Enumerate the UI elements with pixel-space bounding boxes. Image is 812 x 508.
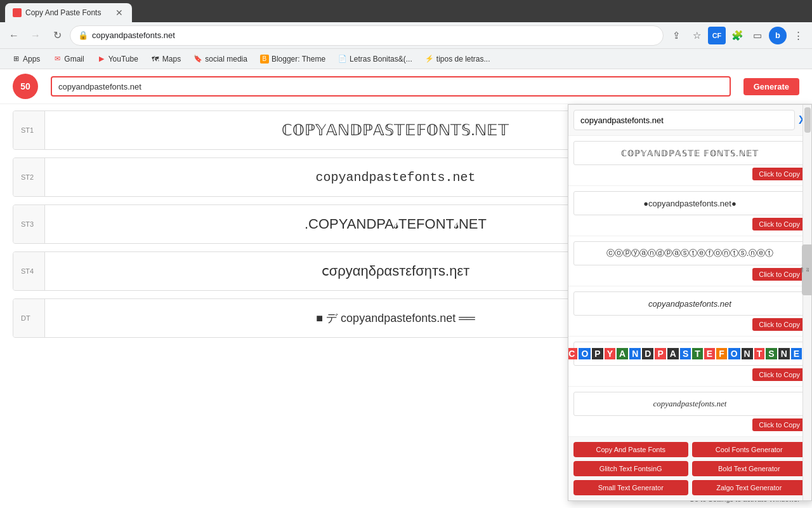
font-option-copy-row-4: Click to Copy <box>573 318 806 331</box>
gmail-icon: ✉ <box>53 55 62 64</box>
bookmark-apps-label: Apps <box>23 55 40 64</box>
active-tab[interactable]: Copy And Paste Fonts ✕ <box>5 3 132 22</box>
dropdown-links: Copy And Paste Fonts Cool Fonts Generato… <box>568 437 811 500</box>
dropdown-search-input[interactable] <box>573 110 795 130</box>
address-bar[interactable]: 🔒 <box>70 25 664 46</box>
link-zalgo-text[interactable]: Zalgo Text Generator <box>692 480 807 495</box>
font-option-display-1: ℂ𝕆ℙ𝕐𝔸ℕ𝔻ℙ𝔸𝕊𝕋𝔼 𝔽𝕆ℕ𝕋𝕊.ℕ𝔼𝕋 <box>573 141 806 165</box>
browser-shell: Copy And Paste Fonts ✕ ← → ↻ 🔒 ⇪ ☆ CF 🧩 … <box>0 0 812 508</box>
forward-button[interactable]: → <box>27 27 44 44</box>
extensions-button[interactable]: 🧩 <box>728 27 746 44</box>
font-option-copy-row-3: Click to Copy <box>573 268 806 281</box>
click-to-copy-1[interactable]: Click to Copy <box>752 168 806 180</box>
font-option-display-3: ⓒⓞⓟⓨⓐⓝⓓⓟⓐⓢⓣⓔⓕⓞⓝⓣⓢ.ⓝⓔⓣ <box>573 241 806 265</box>
title-bar: Copy And Paste Fonts ✕ <box>0 0 812 22</box>
url-input[interactable] <box>92 30 655 40</box>
font-option-display-4: copyandpastefonts.net <box>573 291 806 316</box>
site-logo: 50 <box>13 74 38 99</box>
letras-icon: 📄 <box>338 55 347 64</box>
bookmark-letras[interactable]: 📄 Letras Bonitas&(... <box>333 53 417 65</box>
blogger-icon: B <box>260 55 269 64</box>
font-label-dt: DT <box>13 299 45 337</box>
bookmark-social[interactable]: 🔖 social media <box>188 53 252 65</box>
share-button[interactable]: ⇪ <box>667 27 685 44</box>
bookmark-blogger-label: Blogger: Theme <box>272 55 325 64</box>
click-to-copy-2[interactable]: Click to Copy <box>752 218 806 231</box>
site-url-text: copyandpastefonts.net <box>58 82 141 91</box>
lock-icon: 🔒 <box>78 30 88 40</box>
bookmark-letras-label: Letras Bonitas&(... <box>350 55 412 64</box>
bookmark-tipos[interactable]: ⚡ tipos de letras... <box>420 53 495 65</box>
font-option-2: ●copyandpastefonts.net● Click to Copy <box>568 186 811 236</box>
bookmark-maps-label: Maps <box>162 55 181 64</box>
click-to-copy-4[interactable]: Click to Copy <box>752 318 806 331</box>
font-option-copy-row-5: Click to Copy <box>573 368 806 381</box>
website: 50 copyandpastefonts.net Generate ST1 ℂ𝕆… <box>0 69 812 508</box>
back-button[interactable]: ← <box>5 27 23 44</box>
dropdown-search-row: X <box>568 105 811 136</box>
bookmark-blogger[interactable]: B Blogger: Theme <box>255 53 331 65</box>
font-option-6: copyandpastefonts.net Click to Copy <box>568 387 811 437</box>
font-label-st1: ST1 <box>13 111 45 149</box>
apps-icon: ⊞ <box>11 55 20 64</box>
font-option-copy-row-1: Click to Copy <box>573 168 806 180</box>
font-option-display-5: COPYANDPASTEFONTSNET <box>573 342 806 366</box>
font-label-st3: ST3 <box>13 205 45 243</box>
bookmark-tipos-label: tipos de letras... <box>436 55 490 64</box>
bookmark-youtube-label: YouTube <box>108 55 138 64</box>
site-header: 50 copyandpastefonts.net Generate <box>0 69 812 104</box>
link-small-text[interactable]: Small Text Generator <box>573 480 688 495</box>
maps-icon: 🗺 <box>151 55 160 64</box>
bookmark-youtube[interactable]: ▶ YouTube <box>92 53 143 65</box>
font-option-copy-row-2: Click to Copy <box>573 218 806 231</box>
dropdown-panel: X ℂ𝕆ℙ𝕐𝔸ℕ𝔻ℙ𝔸𝕊𝕋𝔼 𝔽𝕆ℕ𝕋𝕊.ℕ𝔼𝕋 Click to Copy ●… <box>568 104 812 501</box>
click-to-copy-3[interactable]: Click to Copy <box>752 268 806 281</box>
generate-button[interactable]: Generate <box>743 78 799 95</box>
bookmark-maps[interactable]: 🗺 Maps <box>146 53 186 65</box>
more-button[interactable]: ⋮ <box>789 27 807 44</box>
font-option-1: ℂ𝕆ℙ𝕐𝔸ℕ𝔻ℙ𝔸𝕊𝕋𝔼 𝔽𝕆ℕ𝕋𝕊.ℕ𝔼𝕋 Click to Copy <box>568 136 811 186</box>
font-label-st2: ST2 <box>13 158 45 196</box>
bookmark-apps[interactable]: ⊞ Apps <box>6 53 45 65</box>
toolbar: ← → ↻ 🔒 ⇪ ☆ CF 🧩 ▭ b ⋮ <box>0 22 812 49</box>
profile-button[interactable]: b <box>769 27 787 44</box>
font-option-3: ⓒⓞⓟⓨⓐⓝⓓⓟⓐⓢⓣⓔⓕⓞⓝⓣⓢ.ⓝⓔⓣ Click to Copy <box>568 236 811 286</box>
font-option-4: copyandpastefonts.net Click to Copy <box>568 286 811 337</box>
click-to-copy-6[interactable]: Click to Copy <box>752 418 806 431</box>
colored-c: C <box>568 348 577 359</box>
page-content: 50 copyandpastefonts.net Generate ST1 ℂ𝕆… <box>0 69 812 508</box>
tab-strip: Copy And Paste Fonts ✕ <box>5 0 807 22</box>
link-glitch-text[interactable]: Glitch Text FontsinG <box>573 461 688 476</box>
tab-favicon <box>13 8 22 17</box>
font-option-display-2: ●copyandpastefonts.net● <box>573 191 806 215</box>
bookmark-social-label: social media <box>205 55 247 64</box>
logo-icon: 50 <box>13 74 38 99</box>
link-cool-fonts[interactable]: Cool Fonts Generator <box>692 442 807 457</box>
sidebar-button[interactable]: ▭ <box>749 27 766 44</box>
click-to-copy-5[interactable]: Click to Copy <box>752 368 806 381</box>
bookmark-social-icon: 🔖 <box>193 55 202 64</box>
bookmark-gmail-label: Gmail <box>64 55 84 64</box>
cf-extension-button[interactable]: CF <box>708 27 726 44</box>
dropdown-scrollbar[interactable] <box>802 105 811 500</box>
youtube-icon: ▶ <box>97 55 106 64</box>
reload-button[interactable]: ↻ <box>48 27 66 44</box>
bookmark-gmail[interactable]: ✉ Gmail <box>48 53 89 65</box>
bookmark-button[interactable]: ☆ <box>688 27 705 44</box>
side-panel-tab[interactable]: Sc re en <box>802 244 812 295</box>
link-bold-text[interactable]: Bold Text Generator <box>692 461 807 476</box>
font-option-display-6: copyandpastefonts.net <box>573 392 806 416</box>
tipos-icon: ⚡ <box>425 55 434 64</box>
toolbar-actions: ⇪ ☆ CF 🧩 ▭ b ⋮ <box>667 27 807 44</box>
font-option-copy-row-6: Click to Copy <box>573 418 806 431</box>
bookmarks-bar: ⊞ Apps ✉ Gmail ▶ YouTube 🗺 Maps 🔖 social… <box>0 49 812 69</box>
tab-close-button[interactable]: ✕ <box>114 8 124 18</box>
site-url-bar: copyandpastefonts.net <box>51 76 731 97</box>
tab-title: Copy And Paste Fonts <box>25 8 101 17</box>
link-copy-paste-fonts[interactable]: Copy And Paste Fonts <box>573 442 688 457</box>
font-label-st4: ST4 <box>13 252 45 290</box>
font-option-5: COPYANDPASTEFONTSNET Click to Copy <box>568 337 811 387</box>
scrollbar-thumb[interactable] <box>804 107 811 133</box>
